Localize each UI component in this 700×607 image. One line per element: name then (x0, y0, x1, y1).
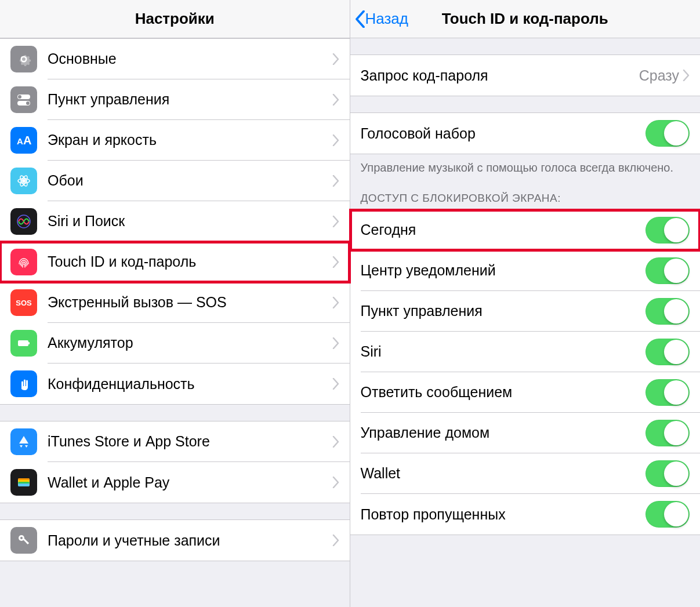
settings-row-wallet[interactable]: Wallet и Apple Pay (0, 462, 350, 503)
flower-icon (10, 168, 37, 194)
require-passcode-label: Запрос код-пароля (361, 67, 639, 84)
settings-row-label-general: Основные (48, 50, 332, 67)
lock-toggle-today[interactable] (645, 217, 690, 243)
back-label: Назад (365, 10, 409, 28)
chevron-right-icon (332, 337, 339, 349)
lock-row-label-siri: Siri (361, 343, 646, 360)
voice-dial-label: Голосовой набор (361, 125, 646, 142)
lock-row-label-walletacc: Wallet (361, 465, 646, 482)
page-title-touchid: Touch ID и код-пароль (442, 10, 608, 28)
gear-icon (10, 46, 37, 72)
key-icon (10, 527, 37, 554)
row-require-passcode[interactable]: Запрос код-пароля Сразу (350, 55, 701, 96)
settings-row-label-itunes: iTunes Store и App Store (48, 433, 332, 450)
sos-icon (10, 289, 37, 316)
chevron-right-icon (332, 135, 339, 146)
settings-row-label-passwords: Пароли и учетные записи (48, 532, 332, 549)
chevron-right-icon (332, 94, 339, 106)
chevron-right-icon (332, 175, 339, 187)
hand-icon (10, 370, 37, 397)
chevron-right-icon (332, 216, 339, 227)
voice-dial-note: Управление музыкой с помощью голоса всег… (350, 154, 701, 176)
lock-toggle-notif[interactable] (645, 257, 690, 284)
lock-row-siri[interactable]: Siri (350, 332, 701, 372)
settings-row-label-display: Экран и яркость (48, 132, 332, 148)
settings-row-label-sos: Экстренный вызов — SOS (48, 294, 332, 311)
settings-row-label-siri: Siri и Поиск (48, 213, 332, 230)
lock-row-reply[interactable]: Ответить сообщением (350, 372, 701, 413)
chevron-right-icon (332, 53, 339, 65)
touchid-panel: Назад Touch ID и код-пароль Запрос код-п… (350, 0, 701, 607)
lock-toggle-walletacc[interactable] (645, 460, 690, 487)
text-size-icon (10, 127, 37, 154)
lock-row-label-reply: Ответить сообщением (361, 384, 646, 401)
chevron-right-icon (332, 436, 339, 448)
chevron-right-icon (332, 535, 339, 546)
settings-row-passwords[interactable]: Пароли и учетные записи (0, 520, 350, 561)
lock-row-controlc[interactable]: Пункт управления (350, 291, 701, 332)
settings-row-label-battery: Аккумулятор (48, 335, 332, 351)
lock-row-home[interactable]: Управление домом (350, 413, 701, 453)
lock-row-label-missed: Повтор пропущенных (361, 506, 646, 523)
lock-row-notif[interactable]: Центр уведомлений (350, 250, 701, 291)
battery-icon (10, 330, 37, 357)
chevron-left-icon (355, 10, 365, 28)
settings-row-touchid[interactable]: Touch ID и код-пароль (0, 242, 350, 282)
chevron-right-icon (332, 477, 339, 488)
lock-row-today[interactable]: Сегодня (350, 210, 701, 250)
settings-row-siri[interactable]: Siri и Поиск (0, 201, 350, 242)
back-button[interactable]: Назад (355, 10, 409, 28)
fingerprint-icon (10, 249, 37, 275)
settings-row-general[interactable]: Основные (0, 39, 350, 79)
settings-row-control[interactable]: Пункт управления (0, 79, 350, 120)
chevron-right-icon (332, 378, 339, 390)
chevron-right-icon (332, 256, 339, 268)
lock-toggle-home[interactable] (645, 420, 690, 446)
settings-row-label-wallet: Wallet и Apple Pay (48, 474, 332, 491)
settings-row-display[interactable]: Экран и яркость (0, 120, 350, 161)
lock-row-walletacc[interactable]: Wallet (350, 453, 701, 494)
page-title-settings: Настройки (135, 10, 215, 28)
siri-icon (10, 208, 37, 235)
settings-row-label-touchid: Touch ID и код-пароль (48, 253, 332, 270)
lock-row-label-notif: Центр уведомлений (361, 262, 646, 279)
settings-row-wallpaper[interactable]: Обои (0, 161, 350, 201)
settings-panel: Настройки ОсновныеПункт управленияЭкран … (0, 0, 350, 607)
lock-row-missed[interactable]: Повтор пропущенных (350, 494, 701, 535)
voice-dial-toggle[interactable] (645, 120, 690, 147)
lock-toggle-siri[interactable] (645, 339, 690, 365)
lock-toggle-missed[interactable] (645, 501, 690, 528)
row-voice-dial[interactable]: Голосовой набор (350, 113, 701, 154)
lock-toggle-controlc[interactable] (645, 298, 690, 325)
chevron-right-icon (332, 297, 339, 308)
navbar-right: Назад Touch ID и код-пароль (350, 0, 701, 38)
lock-row-label-today: Сегодня (361, 221, 646, 238)
appstore-icon (10, 428, 37, 455)
lock-row-label-home: Управление домом (361, 424, 646, 441)
lock-row-label-controlc: Пункт управления (361, 303, 646, 319)
settings-row-label-privacy: Конфиденциальность (48, 376, 332, 392)
wallet-icon (10, 469, 37, 496)
lock-access-header: ДОСТУП С БЛОКИРОВКОЙ ЭКРАНА: (350, 176, 701, 209)
settings-row-sos[interactable]: Экстренный вызов — SOS (0, 282, 350, 323)
settings-row-itunes[interactable]: iTunes Store и App Store (0, 421, 350, 462)
settings-row-privacy[interactable]: Конфиденциальность (0, 364, 350, 404)
require-passcode-value: Сразу (639, 67, 679, 84)
chevron-right-icon (683, 70, 690, 81)
settings-row-battery[interactable]: Аккумулятор (0, 323, 350, 364)
settings-row-label-wallpaper: Обои (48, 172, 332, 189)
lock-toggle-reply[interactable] (645, 379, 690, 406)
navbar-left: Настройки (0, 0, 350, 38)
toggles-icon (10, 86, 37, 113)
settings-row-label-control: Пункт управления (48, 91, 332, 108)
